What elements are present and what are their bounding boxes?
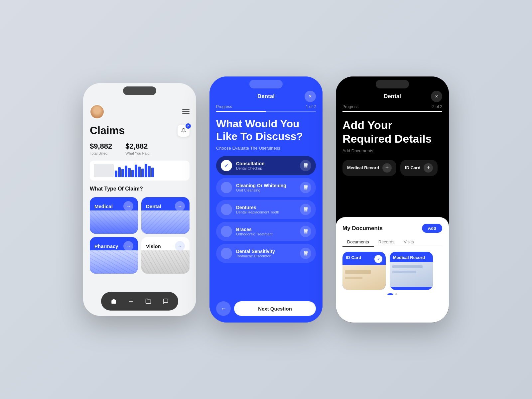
sub-label: Choose Evaluate The Usefulness — [216, 146, 316, 151]
notch-2 — [249, 80, 283, 88]
tab-records[interactable]: Records — [374, 237, 399, 247]
option-check-3 — [221, 204, 232, 215]
option-check-2 — [221, 182, 232, 193]
p2-header: Dental × — [216, 93, 316, 104]
my-docs-title: My Documents — [342, 225, 383, 232]
p1-header — [90, 104, 190, 119]
p3-progress: Progress 2 of 2 — [336, 104, 449, 118]
p3-big-title: Add Your Required Details — [342, 118, 442, 146]
id-card-doc-card[interactable]: ID Card ✓ — [342, 252, 386, 290]
option-sub-3: Dental Replacement Teeth — [236, 210, 296, 214]
medical-record-doc-name: Medical Record — [393, 255, 425, 260]
next-button[interactable]: Next Question — [234, 301, 316, 316]
option-icon-1: 🦷 — [300, 160, 311, 171]
paid-stat: $2,882 What You Paid — [125, 142, 149, 155]
doc-cards: ID Card ✓ Medical Record — [342, 252, 442, 290]
id-card-doc-top: ID Card ✓ — [342, 252, 386, 265]
bar-chart — [90, 161, 190, 181]
notification-button[interactable]: 2 — [178, 125, 190, 137]
id-card-label: ID Card — [405, 165, 420, 170]
total-billed-stat: $9,882 Total Billed — [90, 142, 112, 155]
medical-record-label: Medical Record — [347, 165, 379, 170]
option-sub-4: Orthodontic Treatment — [236, 232, 296, 236]
nav-folder-button[interactable] — [142, 295, 154, 307]
bar-item — [151, 168, 154, 177]
claim-card-pharmacy[interactable]: Pharmacy → — [90, 237, 138, 274]
medical-record-button[interactable]: Medical Record + — [342, 160, 396, 176]
option-main-4: Braces — [236, 227, 296, 232]
notch-1 — [123, 86, 156, 95]
claim-type-grid: Medical → Dental → Pharmacy → — [90, 197, 190, 274]
id-card-doc-name: ID Card — [346, 255, 361, 260]
add-docs-button[interactable]: Add — [422, 224, 442, 233]
claims-row: Claims 2 — [90, 124, 190, 137]
close-button-2[interactable]: × — [305, 91, 316, 102]
bar-item — [145, 164, 147, 177]
progress-fill — [216, 111, 266, 112]
medical-record-doc-card[interactable]: Medical Record — [390, 252, 433, 290]
phone-3: Dental × Progress 2 of 2 Add Your Requir… — [336, 76, 449, 323]
total-billed-label: Total Billed — [90, 151, 112, 155]
progress-label: Progress — [216, 104, 232, 109]
option-text-1: Consultation Dental Checkup — [236, 161, 296, 170]
claim-img-medical — [90, 210, 138, 234]
bar-item — [138, 167, 141, 177]
medical-record-plus-icon: + — [382, 163, 392, 173]
option-text-2: Cleaning Or Whitening Oral Cleansing — [236, 183, 296, 192]
doc-buttons: Medical Record + ID Card + — [342, 160, 442, 176]
option-main-3: Dentures — [236, 205, 296, 210]
nav-add-button[interactable] — [125, 295, 137, 307]
claim-card-vision[interactable]: Vision → — [141, 237, 190, 274]
p3-header: Dental × — [336, 93, 449, 104]
id-card-image — [342, 265, 386, 290]
option-sub-5: Toothache Discomfort — [236, 254, 296, 258]
option-sensitivity[interactable]: Dental Sensitivity Toothache Discomfort … — [216, 244, 316, 263]
notification-badge: 2 — [186, 123, 191, 129]
p3-progress-label: Progress — [342, 104, 358, 109]
bar-item — [121, 169, 124, 177]
claims-title: Claims — [90, 124, 125, 137]
claim-type-section-title: What Type Of Claim? — [90, 186, 190, 192]
bar-item — [115, 171, 117, 177]
claim-label-dental: Dental — [146, 203, 161, 209]
bar-background — [94, 164, 114, 177]
claim-label-medical: Medical — [94, 203, 113, 209]
progress-bar — [216, 111, 316, 112]
nav-home-button[interactable] — [108, 295, 120, 307]
bottom-nav — [101, 292, 178, 311]
bar-item — [131, 170, 134, 177]
claim-arrow-vision: → — [175, 241, 185, 251]
claim-img-dental — [141, 210, 190, 234]
option-cleaning[interactable]: Cleaning Or Whitening Oral Cleansing 🦷 — [216, 178, 316, 197]
option-main-2: Cleaning Or Whitening — [236, 183, 296, 188]
option-text-4: Braces Orthodontic Treatment — [236, 227, 296, 236]
tab-documents[interactable]: Documents — [342, 237, 374, 247]
id-card-button[interactable]: ID Card + — [400, 160, 438, 176]
claim-card-dental[interactable]: Dental → — [141, 197, 190, 234]
claim-img-vision — [141, 250, 190, 274]
option-dentures[interactable]: Dentures Dental Replacement Teeth 🦷 — [216, 200, 316, 219]
option-check-1: ✓ — [221, 160, 232, 171]
dot-1 — [395, 293, 397, 295]
dot-active — [387, 293, 393, 295]
stats-row: $9,882 Total Billed $2,882 What You Paid — [90, 142, 190, 155]
nav-chat-button[interactable] — [160, 295, 172, 307]
option-braces[interactable]: Braces Orthodontic Treatment 🦷 — [216, 222, 316, 241]
p3-content: Add Your Required Details Add Documents … — [336, 118, 449, 210]
option-check-4 — [221, 226, 232, 237]
phone-2: Dental × Progress 1 of 2 What Would You … — [209, 76, 323, 323]
hamburger-menu[interactable] — [182, 109, 190, 114]
avatar — [90, 104, 104, 119]
progress-section: Progress 1 of 2 — [216, 104, 316, 117]
back-button[interactable]: ← — [216, 301, 231, 316]
id-card-check-icon: ✓ — [374, 255, 382, 263]
p2-bottom: ← Next Question — [216, 297, 316, 316]
option-consultation[interactable]: ✓ Consultation Dental Checkup 🦷 — [216, 156, 316, 175]
paid-label: What You Paid — [125, 151, 149, 155]
claim-card-medical[interactable]: Medical → — [90, 197, 138, 234]
close-button-3[interactable]: × — [431, 91, 442, 102]
bar-group — [115, 164, 186, 177]
claim-arrow-medical: → — [123, 201, 133, 211]
tab-visits[interactable]: Visits — [399, 237, 419, 247]
p3-progress-bar — [342, 111, 442, 112]
